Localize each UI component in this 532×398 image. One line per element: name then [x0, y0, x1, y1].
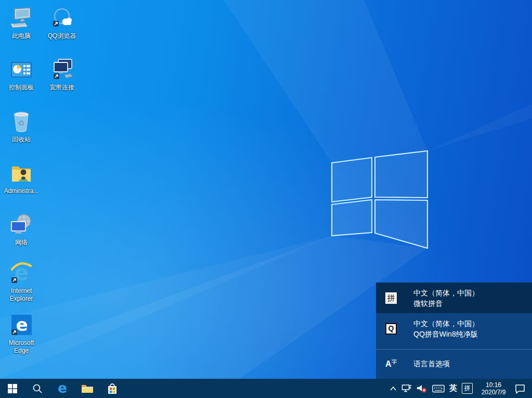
search-icon — [32, 383, 43, 394]
ime-language-flyout: 拼 中文（简体，中国） 微软拼音 Q 中文（简体，中国） QQ拼音Win8纯净版… — [376, 283, 532, 379]
microsoft-pinyin-icon: 拼 — [385, 292, 397, 304]
network-tray-button[interactable] — [401, 384, 412, 393]
touch-keyboard-icon — [432, 384, 445, 393]
ethernet-network-icon — [401, 384, 412, 393]
taskbar: e — [0, 379, 532, 398]
desktop-icon-qq-browser[interactable]: QQ浏览器 — [43, 6, 81, 40]
search-button[interactable] — [25, 379, 50, 398]
desktop-icon-label: 此电脑 — [2, 32, 41, 40]
ime-tray-button[interactable]: 拼 — [462, 383, 473, 394]
shortcut-arrow-overlay — [53, 21, 59, 27]
desktop-icon-administrator-folder[interactable]: Administra... — [2, 161, 41, 195]
ime-item-qq-pinyin[interactable]: Q 中文（简体，中国） QQ拼音Win8纯净版 — [376, 313, 532, 344]
network-icon — [2, 213, 41, 237]
desktop-icon-label: Microsoft Edge — [2, 339, 41, 355]
recycle-bin-icon: ♻ — [2, 110, 41, 134]
edge-icon: e — [56, 382, 69, 395]
volume-tray-button[interactable] — [417, 384, 427, 393]
clock[interactable]: 10:16 2020/7/9 — [477, 381, 510, 396]
windows-logo-icon — [8, 384, 17, 393]
desktop-icon-label: 宽带连接 — [43, 84, 81, 92]
language-preferences-item[interactable]: A字 语言首选项 — [376, 350, 532, 379]
microsoft-store-icon — [107, 382, 118, 395]
desktop-icon-this-pc[interactable]: 此电脑 — [2, 6, 41, 40]
desktop-icon-control-panel[interactable]: 控制面板 — [2, 58, 41, 92]
ime-name-line: QQ拼音Win8纯净版 — [413, 329, 479, 339]
desktop-icon-label: 控制面板 — [2, 84, 41, 92]
taskbar-store-button[interactable] — [100, 379, 125, 398]
action-center-icon — [514, 383, 526, 394]
desktop-icon-network[interactable]: 网络 — [2, 213, 41, 247]
show-hidden-icons-button[interactable] — [390, 386, 397, 391]
ime-language-line: 中文（简体，中国） — [413, 318, 479, 329]
desktop-icon-label: Internet Explorer — [2, 287, 41, 303]
svg-text:e: e — [16, 314, 28, 335]
qq-pinyin-icon: Q — [385, 323, 397, 335]
ime-item-microsoft-pinyin[interactable]: 拼 中文（简体，中国） 微软拼音 — [376, 283, 532, 313]
control-panel-icon — [2, 58, 41, 82]
ime-name-line: 微软拼音 — [413, 298, 479, 309]
desktop-icon-label: Administra... — [2, 187, 41, 195]
this-pc-icon — [2, 6, 41, 30]
shortcut-arrow-overlay — [11, 277, 17, 283]
taskbar-file-explorer-button[interactable] — [75, 379, 100, 398]
microsoft-edge-icon: e — [2, 313, 41, 337]
taskbar-edge-button[interactable]: e — [50, 379, 75, 398]
desktop-icon-label: 回收站 — [2, 136, 41, 144]
desktop-icon-label: 网络 — [2, 239, 41, 247]
pinyin-ime-icon: 拼 — [462, 383, 473, 394]
ime-language-line: 中文（简体，中国） — [413, 288, 479, 298]
svg-text:e: e — [58, 382, 67, 395]
action-center-button[interactable] — [514, 383, 526, 394]
svg-text:♻: ♻ — [18, 119, 24, 127]
desktop-icon-microsoft-edge[interactable]: e Microsoft Edge — [2, 313, 41, 355]
tray-date: 2020/7/9 — [477, 389, 510, 396]
language-preferences-label: 语言首选项 — [413, 360, 450, 369]
start-button[interactable] — [0, 379, 25, 398]
desktop-icon-label: QQ浏览器 — [43, 32, 81, 40]
desktop-icon-recycle-bin[interactable]: ♻ 回收站 — [2, 110, 41, 144]
internet-explorer-icon: e — [2, 261, 41, 285]
touch-keyboard-button[interactable] — [432, 384, 445, 393]
shortcut-arrow-overlay — [11, 329, 17, 335]
tray-time: 10:16 — [477, 381, 510, 389]
language-preferences-icon: A字 — [385, 360, 399, 369]
shortcut-arrow-overlay — [54, 73, 59, 79]
user-folder-icon — [2, 161, 41, 185]
file-explorer-icon — [81, 383, 94, 394]
qq-browser-icon — [43, 6, 81, 30]
chevron-up-icon — [390, 386, 397, 391]
desktop-icon-broadband[interactable]: 宽带连接 — [43, 58, 81, 92]
broadband-connection-icon — [43, 58, 81, 82]
ime-mode-indicator[interactable]: 英 — [449, 383, 457, 393]
volume-muted-icon — [417, 384, 427, 393]
desktop-icon-internet-explorer[interactable]: e Internet Explorer — [2, 261, 41, 303]
